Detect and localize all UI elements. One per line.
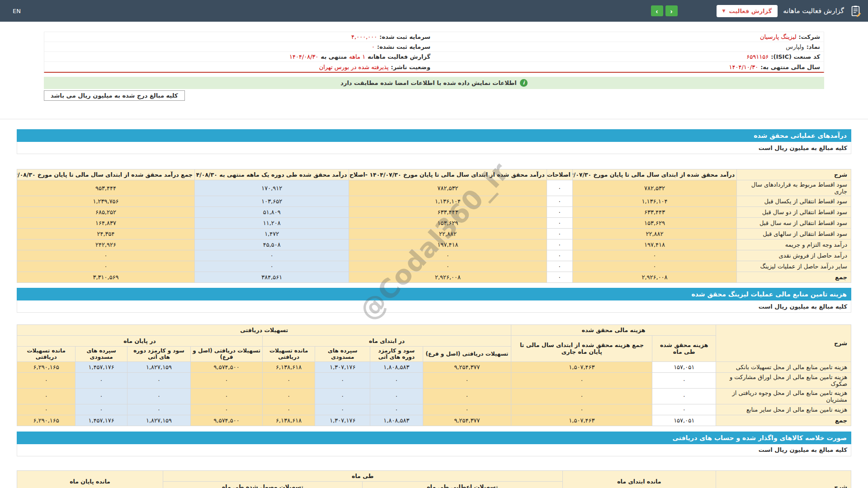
value-cell: ۰ [191,372,263,388]
value-cell: ۰ [652,388,716,404]
value-cell: ۲۴,۳۵۴ [17,229,195,239]
report-type-label: گزارش فعالیت [729,8,772,14]
period-length-value: ۱ ماهه [349,53,365,60]
col-header-desc: شرح [716,325,851,362]
value-cell: ۱,۴۷۲ [195,229,349,239]
value-cell: ۱۵۳,۶۲۹ [572,218,736,229]
value-cell: ۰ [17,404,75,415]
value-cell: ۱,۲۳۹,۷۵۶ [17,196,195,207]
value-cell: ۰ [652,404,716,415]
value-cell: ۰ [547,196,572,207]
group-header-granted: تسهیلات اعطایی طی ماه [362,481,562,488]
company-name: لیزینگ پارسیان [760,33,797,40]
prev-report-button[interactable]: ‹ [651,5,663,16]
value-cell: ۰ [547,229,572,239]
section-title-revenues: درآمدهای عملیاتی محقق شده [17,129,851,142]
report-icon [849,5,862,17]
company-info-table: شرکت: لیزینگ پارسیان سرمایه ثبت شده: ۴,۰… [44,32,824,73]
info-row: نماد: ولپارس سرمایه ثبت نشده: ۰ [44,42,824,52]
value-cell: ۳۸۴,۵۶۱ [195,272,349,283]
value-cell: ۰ [547,272,572,283]
topbar: گزارش فعالیت ماهانه گزارش فعالیت ▼ ‹ › E… [0,0,868,22]
value-cell: ۶۳۳,۴۴۳ [572,207,736,218]
value-cell: ۲۴۲,۹۲۶ [17,239,195,250]
value-cell: ۰ [423,404,511,415]
value-cell: ۰ [195,261,349,272]
value-cell: ۰ [17,372,75,388]
report-type-dropdown[interactable]: گزارش فعالیت ▼ [717,5,778,17]
symbol-value: ولپارس [786,43,804,50]
row-label: درآمد حاصل از فروش نقدی [737,250,851,261]
value-cell: ۰ [191,404,263,415]
value-cell: ۰ [370,388,423,404]
total-row: جمع۲,۹۲۶,۰۰۸۰۲,۹۲۶,۰۰۸۳۸۴,۵۶۱۳,۳۱۰,۵۶۹ [17,272,851,283]
operational-revenues-table: شرح درآمد محقق شده از ابتدای سال مالی تا… [17,169,851,283]
row-label: جمع [716,415,851,426]
value-cell: ۱۱,۲۰۸ [195,218,349,229]
language-toggle[interactable]: EN [13,8,21,14]
value-cell: ۰ [315,388,370,404]
value-cell: ۹,۵۷۴,۵۰۰ [191,415,263,426]
units-note: کلیه مبالغ به میلیون ریال است [17,444,851,456]
table-row: سود اقساط انتقالی از یکسال قبل۱,۱۳۶,۱۰۴۰… [17,196,851,207]
value-cell: ۰ [315,372,370,388]
value-cell: ۰ [423,372,511,388]
value-cell: ۱,۳۰۷,۱۷۶ [315,415,370,426]
value-cell: ۰ [75,404,127,415]
value-cell: ۲۲,۸۸۲ [349,229,547,239]
next-report-button[interactable]: › [665,5,678,16]
section-title-financing-costs: هزینه تامین منابع مالی عملیات لیزینگ محق… [17,288,851,300]
section-title-receivables: صورت خلاصه کالاهای واگذار شده و حساب های… [17,432,851,444]
fiscal-year-value: ۱۴۰۴/۱۰/۳۰ [729,64,759,70]
amounts-note: کلیه مبالغ درج شده به میلیون ریال می باش… [44,90,185,101]
value-cell: ۱۵۳,۶۲۹ [349,218,547,229]
chevron-down-icon: ▼ [722,9,726,13]
unregistered-capital-field: سرمایه ثبت نشده: ۰ [44,43,434,50]
value-cell: ۱۵۷,۰۵۱ [652,415,716,426]
value-cell: ۹,۲۵۴,۳۷۷ [423,415,511,426]
value-cell: ۰ [17,261,195,272]
value-cell: ۰ [349,261,547,272]
row-label: هزینه تامین منابع مالی از محل سایر منابع [716,404,851,415]
value-cell: ۰ [75,372,127,388]
page-title: گزارش فعالیت ماهانه [783,7,844,15]
info-row: کد صنعت (ISIC): ۶۵۹۱۱۵۶ گزارش فعالیت ماه… [44,52,824,62]
value-cell: ۶۸۵,۲۵۲ [17,207,195,218]
table-row: هزینه تامین منابع مالی از محل اوراق مشار… [17,372,851,388]
field-label: سرمایه ثبت شده: [379,33,430,40]
value-cell: ۱,۵۰۷,۴۶۳ [511,361,652,372]
group-header-during-month: طی ماه [163,470,562,481]
value-cell: ۰ [17,250,195,261]
isic-value: ۶۵۹۱۱۵۶ [746,53,769,60]
col-header-desc: شرح [737,169,851,180]
header-row: شرح هزینه مالی محقق شده تسهیلات دریافتی [17,325,851,336]
info-row: شرکت: لیزینگ پارسیان سرمایه ثبت شده: ۴,۰… [44,32,824,42]
col-header: جمع درآمد محقق شده از ابتدای سال مالی تا… [17,169,195,180]
value-cell: ۱۹۷,۴۱۸ [572,239,736,250]
group-header-facilities: تسهیلات دریافتی [17,325,511,336]
table-body: سود اقساط مربوط به قراردادهای سال جاری۷۸… [17,180,851,283]
value-cell: ۱,۵۰۷,۴۶۳ [511,415,652,426]
header-row: شرح مانده ابتدای ماه طی ماه مانده پایان … [17,470,851,481]
value-cell: ۱,۱۳۶,۱۰۴ [572,196,736,207]
table-row: سود اقساط انتقالی از سالهای قبل۲۲,۸۸۲۰۲۲… [17,229,851,239]
report-nav: ‹ › [651,5,678,16]
value-cell: ۰ [547,218,572,229]
value-cell: ۱۷۰,۹۱۲ [195,180,349,196]
total-row: جمع۱۵۷,۰۵۱۱,۵۰۷,۴۶۳۹,۲۵۴,۳۷۷۱,۸۰۸,۵۸۳۱,۳… [17,415,851,426]
field-label: وضعیت ناشر: [391,64,430,70]
issuer-status-field: وضعیت ناشر: پذیرفته شده در بورس تهران [44,64,434,70]
signed-info-banner: i اطلاعات نمایش داده شده با اطلاعات امضا… [44,77,824,89]
col-header: سود و کارمزد دوره های آتی [127,347,190,362]
divider [0,119,868,119]
row-label: سود اقساط انتقالی از سه سال قبل [737,218,851,229]
value-cell: ۹,۲۵۴,۳۷۷ [423,361,511,372]
table-row: درآمد وجه التزام و جریمه۱۹۷,۴۱۸۰۱۹۷,۴۱۸۴… [17,239,851,250]
value-cell: ۶۳۳,۴۴۳ [349,207,547,218]
group-header-month-start-balance: مانده ابتدای ماه [562,470,716,488]
value-cell: ۰ [75,388,127,404]
field-label: منتهی به [321,53,347,60]
field-label: سرمایه ثبت نشده: [377,43,430,50]
col-header: درآمد محقق شده از ابتدای سال مالی تا پای… [349,169,547,180]
value-cell: ۰ [263,388,315,404]
